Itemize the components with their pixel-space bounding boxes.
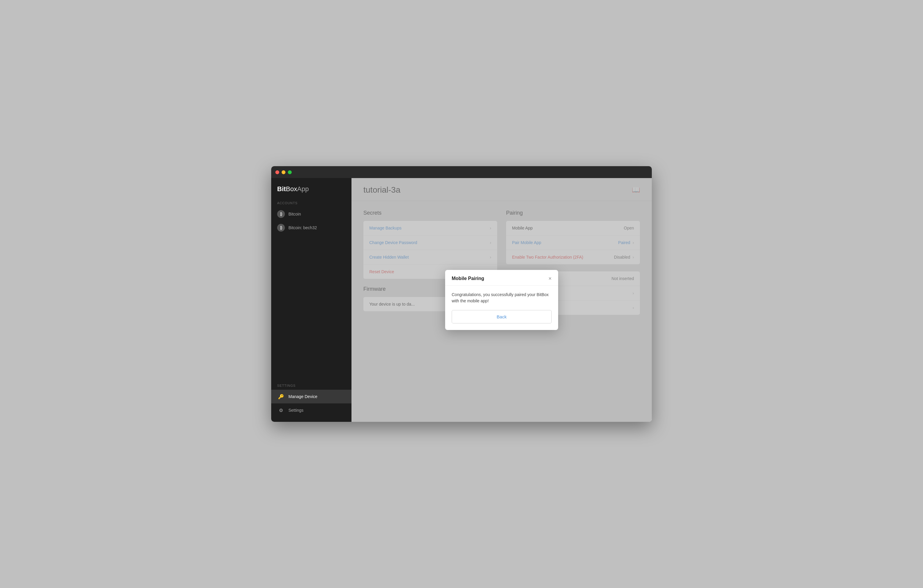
manage-device-label: Manage Device bbox=[288, 394, 317, 399]
bitcoin-bech32-icon: ₿ bbox=[277, 224, 285, 232]
modal-back-button[interactable]: Back bbox=[452, 310, 552, 324]
logo-text: BitBoxApp bbox=[277, 185, 309, 193]
titlebar bbox=[271, 166, 652, 178]
logo-bit: Bit bbox=[277, 185, 286, 193]
app-window: BitBoxApp ACCOUNTS ₿ Bitcoin ₿ Bitcoin: … bbox=[271, 166, 652, 422]
sidebar-item-manage-device[interactable]: 🔑 Manage Device bbox=[271, 390, 351, 403]
sidebar-item-settings[interactable]: ⚙ Settings bbox=[271, 403, 351, 417]
modal-close-button[interactable]: × bbox=[549, 276, 552, 281]
modal-message: Congratulations, you successfully paired… bbox=[452, 292, 552, 304]
modal-title: Mobile Pairing bbox=[452, 276, 484, 281]
main-content: tutorial-3a 📖 Secrets Manage Backups › C… bbox=[351, 178, 652, 422]
bitcoin-label: Bitcoin bbox=[288, 212, 301, 217]
app-content: BitBoxApp ACCOUNTS ₿ Bitcoin ₿ Bitcoin: … bbox=[271, 178, 652, 422]
settings-label: Settings bbox=[288, 408, 304, 412]
logo-app: App bbox=[297, 185, 309, 193]
logo-box: Box bbox=[286, 185, 297, 193]
modal-dialog: Mobile Pairing × Congratulations, you su… bbox=[445, 270, 558, 330]
sidebar: BitBoxApp ACCOUNTS ₿ Bitcoin ₿ Bitcoin: … bbox=[271, 178, 351, 422]
maximize-button[interactable] bbox=[288, 170, 292, 174]
minimize-button[interactable] bbox=[282, 170, 286, 174]
traffic-lights bbox=[275, 170, 292, 174]
sidebar-spacer bbox=[271, 235, 351, 381]
manage-device-icon: 🔑 bbox=[277, 393, 285, 401]
sidebar-logo: BitBoxApp bbox=[271, 178, 351, 199]
close-button[interactable] bbox=[275, 170, 279, 174]
sidebar-item-bitcoin-bech32[interactable]: ₿ Bitcoin: bech32 bbox=[271, 221, 351, 235]
settings-icon: ⚙ bbox=[277, 406, 285, 414]
accounts-section-label: ACCOUNTS bbox=[271, 199, 351, 207]
sidebar-bottom: SETTINGS 🔑 Manage Device ⚙ Settings bbox=[271, 381, 351, 422]
settings-section-label: SETTINGS bbox=[271, 381, 351, 390]
bitcoin-icon: ₿ bbox=[277, 210, 285, 218]
bitcoin-bech32-label: Bitcoin: bech32 bbox=[288, 225, 317, 230]
modal-header: Mobile Pairing × bbox=[445, 270, 558, 286]
modal-overlay: Mobile Pairing × Congratulations, you su… bbox=[351, 178, 652, 422]
sidebar-item-bitcoin[interactable]: ₿ Bitcoin bbox=[271, 207, 351, 221]
modal-body: Congratulations, you successfully paired… bbox=[445, 286, 558, 330]
